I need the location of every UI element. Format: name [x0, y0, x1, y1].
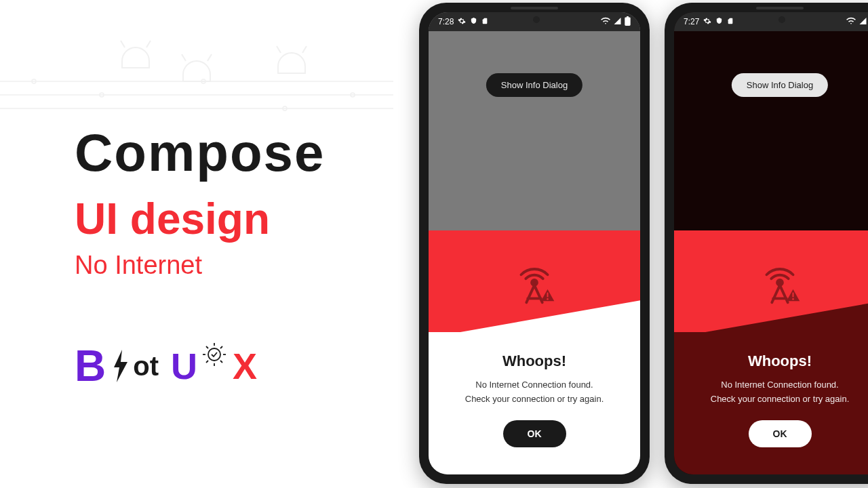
svg-line-19	[220, 346, 222, 348]
signal-icon	[859, 17, 867, 27]
sdcard-icon	[481, 17, 488, 27]
title-compose: Compose	[75, 122, 353, 184]
botux-logo: B ot U X	[75, 341, 353, 391]
show-info-dialog-button[interactable]: Show Info Dialog	[732, 73, 828, 97]
ok-button[interactable]: OK	[503, 420, 566, 447]
settings-icon	[703, 17, 711, 27]
wifi-icon	[846, 17, 856, 27]
bottom-sheet: Whoops! No Internet Connection found. Ch…	[674, 230, 868, 474]
phone-screen: 7:27	[674, 12, 868, 474]
sheet-body: Whoops! No Internet Connection found. Ch…	[674, 332, 868, 474]
sheet-message-line2: Check your connection or try again.	[711, 392, 850, 407]
phone-speaker	[511, 7, 558, 9]
logo-letter-u: U	[171, 345, 197, 387]
sheet-message-line1: No Internet Connection found.	[475, 378, 593, 392]
phone-camera	[778, 16, 785, 23]
logo-letter-b: B	[75, 341, 106, 391]
title-ui-design: UI design	[75, 194, 353, 244]
phone-screen: 7:28	[429, 12, 640, 474]
status-time: 7:27	[684, 17, 699, 26]
no-signal-antenna-icon	[753, 255, 806, 310]
wifi-icon	[601, 17, 610, 27]
shield-icon	[470, 17, 477, 26]
lightbulb-check-icon	[200, 340, 229, 369]
subtitle-no-internet: No Internet	[75, 251, 353, 280]
status-bar: 7:27	[674, 12, 868, 31]
bolt-icon	[110, 348, 132, 384]
svg-point-29	[792, 298, 794, 300]
svg-line-18	[206, 361, 208, 363]
phone-speaker	[756, 7, 804, 9]
phone-camera	[533, 16, 540, 23]
ok-button[interactable]: OK	[749, 420, 812, 447]
sheet-body: Whoops! No Internet Connection found. Ch…	[429, 332, 640, 474]
logo-letters-ot: ot	[133, 351, 159, 382]
status-time: 7:28	[438, 17, 454, 26]
settings-icon	[458, 17, 466, 27]
svg-line-17	[220, 361, 222, 363]
sheet-title: Whoops!	[502, 352, 566, 370]
bottom-sheet: Whoops! No Internet Connection found. Ch…	[429, 230, 640, 474]
phone-light: 7:28	[419, 3, 650, 484]
sheet-title: Whoops!	[748, 352, 812, 370]
svg-point-11	[208, 348, 220, 361]
sheet-message-line2: Check your connection or try again.	[465, 392, 604, 407]
logo-letter-x: X	[233, 345, 257, 387]
sdcard-icon	[727, 17, 734, 27]
no-signal-antenna-icon	[508, 255, 561, 310]
show-info-dialog-button[interactable]: Show Info Dialog	[486, 73, 583, 97]
phone-mockups: 7:28	[419, 3, 868, 484]
battery-icon	[625, 16, 631, 28]
signal-icon	[613, 17, 622, 27]
svg-line-16	[206, 346, 208, 348]
left-panel: Compose UI design No Internet B ot U X	[0, 0, 380, 488]
svg-point-24	[547, 298, 549, 300]
sheet-message-line1: No Internet Connection found.	[721, 378, 838, 392]
shield-icon	[715, 17, 723, 26]
phone-dark: 7:27	[665, 3, 868, 484]
